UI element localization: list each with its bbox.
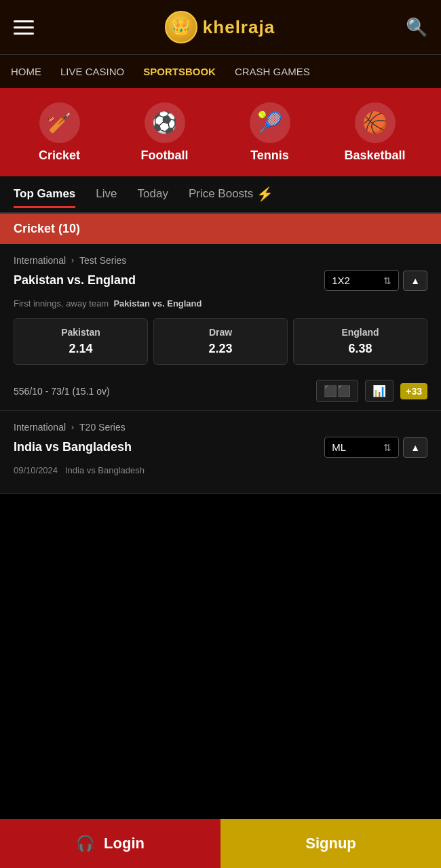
sport-tab-basketball[interactable]: 🏀 Basketball [322,102,427,163]
more-markets-badge-1[interactable]: +33 [400,383,427,399]
odds-team-pakistan: Pakistan [20,327,142,338]
cricket-section-header: Cricket (10) [0,214,441,244]
tab-price-boosts[interactable]: Price Boosts ⚡ [189,180,273,210]
app-header: 👑 khelraja 🔍 [0,0,441,54]
chevron-down-icon: ⇅ [383,275,391,286]
match-subtitle-1: First innings, away team Pakistan vs. En… [14,298,427,310]
score-icons-1: ⬛⬛ 📊 +33 [316,380,427,402]
lightning-icon: ⚡ [256,186,273,202]
match-title-2: India vs Bangladesh [14,440,132,454]
sport-tab-football[interactable]: ⚽ Football [112,102,217,163]
tab-top-games[interactable]: Top Games [14,182,75,208]
odds-cell-draw[interactable]: Draw 2.23 [153,318,288,365]
cricket-icon: 🏏 [39,102,80,143]
odds-team-england: England [299,327,421,338]
breadcrumb-international: International [14,255,66,266]
breadcrumb-arrow-2: › [71,422,74,432]
match-title-row-2: India vs Bangladesh ML ⇅ ▲ [14,437,427,458]
match-controls-1: 1X2 ⇅ ▲ [324,270,427,291]
logo: 👑 khelraja [165,11,275,43]
sport-tab-cricket[interactable]: 🏏 Cricket [7,102,112,163]
nav-home[interactable]: HOME [11,63,41,80]
login-label: Login [104,835,145,852]
breadcrumb-t20: T20 Series [79,422,126,433]
odds-cell-pakistan[interactable]: Pakistan 2.14 [14,318,148,365]
market-dropdown-2[interactable]: ML ⇅ [324,437,399,458]
breadcrumb-1: International › Test Series [14,255,427,266]
signup-label: Signup [305,835,356,852]
cricket-label: Cricket [39,149,80,163]
nav-crash-games[interactable]: CRASH GAMES [235,63,310,80]
odds-team-draw: Draw [159,327,282,338]
market-dropdown-1[interactable]: 1X2 ⇅ [324,270,399,291]
chevron-down-icon-2: ⇅ [383,442,391,453]
match-title-1: Pakistan vs. England [14,273,136,288]
breadcrumb-international-2: International [14,422,66,433]
signup-button[interactable]: Signup [220,819,441,868]
odds-value-england: 6.38 [299,342,421,356]
tennis-icon: 🎾 [250,102,290,143]
nav-live-casino[interactable]: LIVE CASINO [60,63,124,80]
sport-tab-tennis[interactable]: 🎾 Tennis [217,102,322,163]
tab-today[interactable]: Today [138,182,168,208]
breadcrumb-arrow: › [71,256,74,265]
bottom-action-bar: 🎧 Login Signup [0,819,441,868]
menu-button[interactable] [14,20,34,35]
tab-live[interactable]: Live [96,182,117,208]
login-button[interactable]: 🎧 Login [0,819,220,868]
nav-sportsbook[interactable]: SPORTSBOOK [143,63,216,80]
match-card-2: International › T20 Series India vs Bang… [0,411,441,494]
nav-bar: HOME LIVE CASINO SPORTSBOOK CRASH GAMES [0,54,441,88]
odds-cell-england[interactable]: England 6.38 [293,318,427,365]
score-text-1: 556/10 - 73/1 (15.1 ov) [14,386,308,397]
odds-row-1: Pakistan 2.14 Draw 2.23 England 6.38 [14,318,427,365]
football-icon: ⚽ [145,102,185,143]
odds-value-pakistan: 2.14 [20,342,142,356]
search-icon[interactable]: 🔍 [406,17,427,38]
logo-text: khelraja [203,17,275,38]
filter-tabs: Top Games Live Today Price Boosts ⚡ [0,176,441,214]
page-body-fill [0,494,441,643]
odds-value-draw: 2.23 [159,342,282,356]
collapse-button-2[interactable]: ▲ [403,437,427,458]
sports-tabs: 🏏 Cricket ⚽ Football 🎾 Tennis 🏀 Basketba… [0,88,441,176]
match-controls-2: ML ⇅ ▲ [324,437,427,458]
stats-icon-1[interactable]: ⬛⬛ [316,380,358,402]
chart-icon-1[interactable]: 📊 [365,380,394,402]
breadcrumb-test-series: Test Series [79,255,126,266]
score-row-1: 556/10 - 73/1 (15.1 ov) ⬛⬛ 📊 +33 [14,374,427,402]
logo-icon: 👑 [165,11,197,43]
match-card-1: International › Test Series Pakistan vs.… [0,244,441,411]
headset-icon: 🎧 [76,835,94,852]
tennis-label: Tennis [250,149,289,163]
collapse-button-1[interactable]: ▲ [403,271,427,291]
match-title-row-1: Pakistan vs. England 1X2 ⇅ ▲ [14,270,427,291]
breadcrumb-2: International › T20 Series [14,422,427,433]
match-subtitle-2: 09/10/2024 India vs Bangladesh [14,465,427,477]
basketball-icon: 🏀 [355,102,396,143]
football-label: Football [141,149,189,163]
basketball-label: Basketball [344,149,405,163]
